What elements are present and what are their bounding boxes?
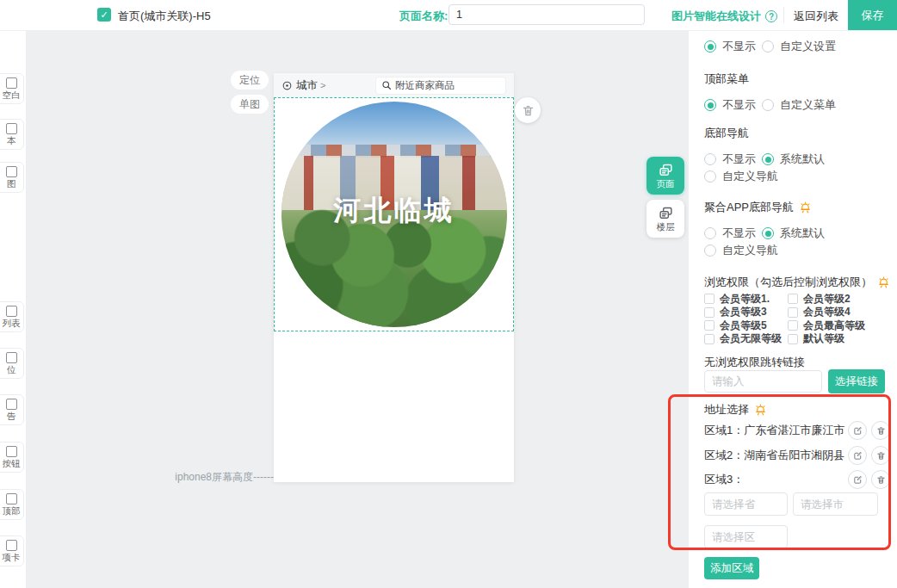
add-region-button[interactable]: 添加区域 bbox=[704, 557, 759, 579]
selected-image-block[interactable]: 河北临城 bbox=[274, 97, 514, 331]
page-checkbox[interactable]: ✓ bbox=[97, 8, 111, 22]
radio-no-display[interactable]: 不显示 bbox=[704, 97, 762, 113]
edit-region-button[interactable] bbox=[848, 421, 867, 440]
alert-bell-icon bbox=[877, 276, 890, 289]
component-icon bbox=[6, 306, 17, 317]
checkbox-member-level-2[interactable]: 会员等级2 bbox=[788, 294, 897, 305]
radio-label: 系统默认 bbox=[780, 152, 825, 167]
radio-custom-nav[interactable]: 自定义导航 bbox=[704, 243, 778, 258]
trash-icon bbox=[522, 104, 535, 117]
floor-panel-button[interactable]: 楼层 bbox=[646, 200, 684, 238]
back-to-list-button[interactable]: 返回列表 bbox=[794, 9, 838, 24]
top-menu-radios: 不显示 自定义菜单 bbox=[704, 98, 836, 112]
component-card-notice[interactable]: 告 bbox=[0, 394, 24, 425]
region-label: 区域1： bbox=[704, 423, 744, 438]
page-name-input[interactable] bbox=[448, 4, 645, 25]
radio-label: 不显示 bbox=[722, 97, 756, 113]
search-bar[interactable]: 附近商家商品 bbox=[375, 77, 506, 95]
radio-icon bbox=[704, 227, 716, 239]
region-label: 区域3： bbox=[704, 472, 744, 487]
phone-header: 城市 > 附近商家商品 bbox=[274, 73, 514, 97]
component-card-locate[interactable]: 位 bbox=[0, 348, 24, 379]
link-input[interactable] bbox=[704, 370, 822, 393]
layers-icon bbox=[659, 206, 673, 220]
checkbox-icon bbox=[704, 294, 715, 304]
component-tag-single-image[interactable]: 单图 bbox=[231, 95, 269, 114]
province-select[interactable] bbox=[704, 492, 788, 516]
checkbox-label: 会员最高等级 bbox=[803, 319, 865, 333]
permission-checkbox-grid: 会员等级1. 会员等级2 会员等级3 会员等级4 会员等级5 会员最高等级 会员… bbox=[704, 294, 897, 344]
region-value: 湖南省岳阳市湘阴县 bbox=[744, 448, 844, 463]
radio-label: 自定义设置 bbox=[780, 39, 836, 54]
district-select[interactable] bbox=[704, 525, 788, 548]
pages-icon bbox=[659, 163, 673, 177]
checkbox-member-level-1[interactable]: 会员等级1. bbox=[704, 294, 788, 305]
page-panel-button[interactable]: 页面 bbox=[646, 157, 684, 195]
component-icon bbox=[6, 399, 17, 410]
radio-label: 不显示 bbox=[722, 39, 756, 54]
location-icon bbox=[281, 80, 293, 91]
search-placeholder: 附近商家商品 bbox=[395, 79, 455, 92]
radio-icon bbox=[704, 153, 716, 165]
radio-system-default[interactable]: 系统默认 bbox=[762, 152, 825, 167]
component-card-tabs[interactable]: 项卡 bbox=[0, 535, 24, 566]
delete-block-button[interactable] bbox=[515, 97, 541, 123]
delete-region-button[interactable] bbox=[871, 421, 890, 440]
topbar: ✓ 首页(城市关联)-H5 页面名称: 图片智能在线设计 ? 返回列表 保存 bbox=[0, 0, 897, 31]
checkbox-member-highest[interactable]: 会员最高等级 bbox=[788, 320, 897, 331]
component-card-text[interactable]: 本 bbox=[0, 119, 24, 150]
component-card-header[interactable]: 顶部 bbox=[0, 489, 24, 520]
save-button[interactable]: 保存 bbox=[848, 0, 897, 30]
region-label: 区域2： bbox=[704, 448, 744, 463]
radio-custom-nav[interactable]: 自定义导航 bbox=[704, 169, 778, 184]
city-photo: 河北临城 bbox=[281, 102, 507, 327]
checkbox-icon bbox=[788, 320, 798, 331]
component-label: 空白 bbox=[3, 90, 21, 100]
checkbox-member-unlimited[interactable]: 会员无限等级 bbox=[704, 334, 788, 345]
component-card-button[interactable]: 按钮 bbox=[0, 442, 24, 473]
edit-region-button[interactable] bbox=[848, 470, 867, 489]
region-value: 广东省湛江市廉江市 bbox=[744, 423, 844, 438]
city-selector[interactable]: 城市 bbox=[296, 78, 318, 93]
checkbox-label: 会员等级4 bbox=[803, 305, 851, 319]
radio-custom-menu[interactable]: 自定义菜单 bbox=[762, 97, 836, 113]
delete-region-button[interactable] bbox=[871, 470, 890, 489]
component-icon bbox=[6, 77, 17, 89]
component-card-list[interactable]: 列表 bbox=[0, 301, 24, 332]
page-builder-app: ✓ 首页(城市关联)-H5 页面名称: 图片智能在线设计 ? 返回列表 保存 空… bbox=[0, 0, 897, 588]
component-label: 列表 bbox=[3, 319, 21, 328]
radio-icon bbox=[762, 99, 774, 111]
search-icon bbox=[381, 80, 392, 90]
radio-icon bbox=[704, 170, 716, 183]
section-title-permissions: 浏览权限（勾选后控制浏览权限） bbox=[704, 275, 890, 290]
floor-panel-label: 楼层 bbox=[657, 221, 675, 232]
component-card-image[interactable]: 图 bbox=[0, 162, 24, 193]
delete-region-button[interactable] bbox=[871, 446, 890, 465]
city-select[interactable] bbox=[793, 492, 878, 516]
radio-no-display[interactable]: 不显示 bbox=[704, 152, 762, 167]
component-label: 顶部 bbox=[3, 506, 21, 516]
checkbox-member-level-3[interactable]: 会员等级3 bbox=[704, 307, 788, 319]
checkbox-member-level-5[interactable]: 会员等级5 bbox=[704, 320, 788, 331]
checkbox-label: 默认等级 bbox=[803, 331, 844, 346]
radio-custom-setting[interactable]: 自定义设置 bbox=[762, 39, 836, 54]
component-card-blank[interactable]: 空白 bbox=[0, 73, 24, 104]
checkbox-label: 会员等级1. bbox=[720, 292, 770, 306]
smart-design-link[interactable]: 图片智能在线设计 ? bbox=[671, 9, 777, 24]
checkbox-member-level-4[interactable]: 会员等级4 bbox=[788, 307, 897, 319]
component-label: 位 bbox=[7, 365, 16, 374]
page-panel-label: 页面 bbox=[657, 178, 675, 189]
settings-panel: 不显示 自定义设置 顶部菜单 不显示 自定义菜单 底部导航 不显示 系统默认 自… bbox=[689, 30, 897, 588]
alert-bell-icon bbox=[754, 404, 767, 417]
component-icon bbox=[6, 493, 17, 504]
component-tag-position[interactable]: 定位 bbox=[231, 71, 269, 90]
edit-region-button[interactable] bbox=[848, 446, 867, 465]
radio-no-display[interactable]: 不显示 bbox=[704, 39, 762, 54]
radio-no-display[interactable]: 不显示 bbox=[704, 226, 762, 241]
radio-system-default[interactable]: 系统默认 bbox=[762, 226, 825, 241]
help-icon[interactable]: ? bbox=[765, 10, 777, 22]
checkbox-icon bbox=[788, 294, 798, 304]
choose-link-button[interactable]: 选择链接 bbox=[828, 369, 885, 393]
city-photo-caption: 河北临城 bbox=[281, 192, 507, 230]
checkbox-default-level[interactable]: 默认等级 bbox=[788, 334, 897, 345]
